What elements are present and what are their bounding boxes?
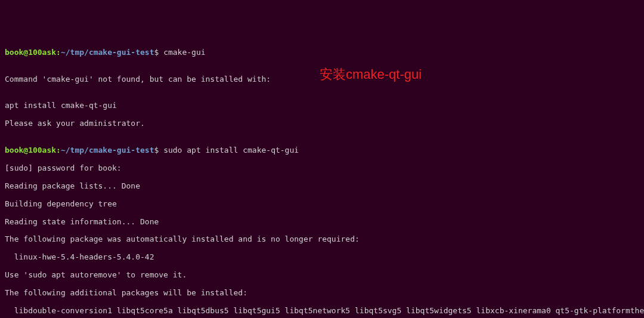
- prompt-dollar: $: [154, 48, 163, 57]
- prompt-line-2: book@100ask:~/tmp/cmake-gui-test$ sudo a…: [5, 146, 639, 155]
- output-line: apt install cmake-qt-gui: [5, 101, 639, 110]
- prompt-path: ~/tmp/cmake-gui-test: [61, 48, 154, 57]
- prompt-sep: :: [56, 48, 61, 57]
- output-line: Building dependency tree: [5, 200, 639, 209]
- prompt-user: book@100ask: [5, 146, 56, 155]
- prompt-path: ~/tmp/cmake-gui-test: [61, 146, 154, 155]
- output-line: The following additional packages will b…: [5, 289, 639, 298]
- prompt-dollar: $: [154, 146, 163, 155]
- output-line: libdouble-conversion1 libqt5core5a libqt…: [5, 307, 639, 316]
- command-text: sudo apt install cmake-qt-gui: [163, 146, 299, 155]
- output-line: [sudo] password for book:: [5, 164, 639, 173]
- output-line: Please ask your administrator.: [5, 119, 639, 128]
- output-line: The following package was automatically …: [5, 235, 639, 244]
- output-line: Reading package lists... Done: [5, 182, 639, 191]
- prompt-sep: :: [56, 146, 61, 155]
- output-line: Reading state information... Done: [5, 218, 639, 227]
- command-text: cmake-gui: [163, 48, 205, 57]
- output-line: Use 'sudo apt autoremove' to remove it.: [5, 271, 639, 280]
- prompt-user: book@100ask: [5, 48, 56, 57]
- prompt-line-1: book@100ask:~/tmp/cmake-gui-test$ cmake-…: [5, 48, 639, 57]
- output-line: linux-hwe-5.4-headers-5.4.0-42: [5, 253, 639, 262]
- annotation-text: 安装cmake-qt-gui: [320, 67, 422, 82]
